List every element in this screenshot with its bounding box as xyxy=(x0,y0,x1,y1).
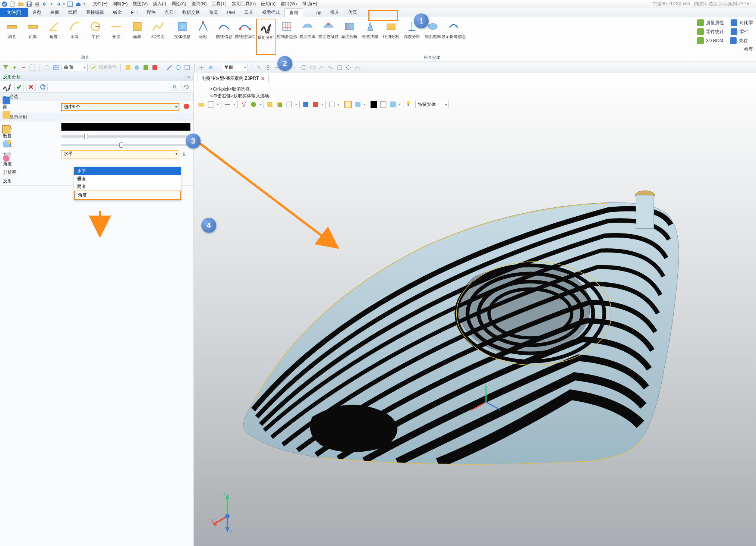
ribbon-tab[interactable]: FTI xyxy=(126,8,142,17)
ribbon-tab[interactable]: 模具 xyxy=(326,8,344,17)
menu-app[interactable]: 应用(p) xyxy=(261,1,275,7)
redo-icon[interactable] xyxy=(55,1,61,7)
stripe-color[interactable] xyxy=(61,123,190,131)
ribbon-tab[interactable]: 曲面 xyxy=(46,8,64,17)
ribbon-tab[interactable]: PMI xyxy=(223,8,239,17)
tb-icon[interactable] xyxy=(166,64,173,71)
circle-icon[interactable] xyxy=(44,64,50,71)
save-icon[interactable] xyxy=(26,1,32,7)
tb-icon[interactable] xyxy=(300,64,307,71)
direction-combo[interactable]: 水平 xyxy=(61,150,179,159)
rbtn-distance[interactable]: 距离 xyxy=(23,19,42,55)
ribbon-tab[interactable]: pp xyxy=(312,8,326,17)
ribbon-tab[interactable]: 造型 xyxy=(28,8,46,17)
vt-icon[interactable] xyxy=(354,101,362,108)
menu-file[interactable]: 文件(F) xyxy=(93,1,107,7)
vt-icon[interactable] xyxy=(379,101,387,108)
chevron-down-icon[interactable]: ▾ xyxy=(321,103,323,106)
undo-icon[interactable] xyxy=(42,1,48,7)
vt-icon[interactable] xyxy=(198,101,205,108)
chevron-down-icon[interactable]: ▾ xyxy=(233,103,235,106)
print-icon[interactable] xyxy=(34,1,40,7)
dropdown-item[interactable]: 水平 xyxy=(74,167,181,175)
vt-icon[interactable] xyxy=(389,101,397,108)
vt-icon[interactable] xyxy=(224,101,231,108)
rbtn-coord[interactable]: 坐标 xyxy=(193,19,213,55)
vt-icon[interactable] xyxy=(328,101,336,108)
rbtn-measure[interactable]: 测量 xyxy=(2,19,22,55)
ribbon-tab-file[interactable]: 文件(F) xyxy=(0,8,28,17)
vt-icon[interactable] xyxy=(240,101,248,108)
rbtn-arc[interactable]: 圆弧 xyxy=(65,19,84,55)
ribbon-tab[interactable]: 点云 xyxy=(160,8,178,17)
dropdown-item[interactable]: 两者 xyxy=(74,183,181,191)
rbtn-thickness[interactable]: 厚度分析 xyxy=(340,19,359,55)
menu-help[interactable]: 帮助(H) xyxy=(302,1,317,7)
pick-entity-icon[interactable] xyxy=(182,102,190,112)
section-header[interactable]: 必选 xyxy=(0,92,193,101)
dropdown-item[interactable]: 垂直 xyxy=(74,175,181,183)
undo-dropdown-icon[interactable]: ▾ xyxy=(51,2,53,6)
model-view[interactable] xyxy=(216,140,734,524)
ok-button[interactable] xyxy=(14,83,24,91)
filter-icon[interactable] xyxy=(2,64,9,71)
tb-icon[interactable] xyxy=(125,64,131,71)
reset-button[interactable] xyxy=(182,83,191,91)
apply-button[interactable] xyxy=(38,83,48,91)
tb-icon[interactable] xyxy=(354,64,361,71)
side-icon[interactable] xyxy=(1,154,11,164)
tb-icon[interactable] xyxy=(327,64,334,71)
chevron-down-icon[interactable]: ▾ xyxy=(259,103,261,106)
tb-icon[interactable] xyxy=(309,64,316,71)
ribbon-tab[interactable]: 钣金 xyxy=(108,8,126,17)
rbtn-entity-info[interactable]: i实体信息 xyxy=(173,19,192,55)
shade-select[interactable]: 单面 xyxy=(222,64,248,71)
ribbon-tab[interactable]: 修复 xyxy=(205,8,223,17)
side-icon[interactable] xyxy=(1,125,11,135)
menu-insert[interactable]: 插入(I) xyxy=(153,1,166,7)
chevron-down-icon[interactable]: ▾ xyxy=(295,103,297,106)
face-input[interactable]: 选中9个 xyxy=(61,103,179,111)
tb-icon[interactable] xyxy=(142,64,149,71)
lightbulb-icon[interactable]: 💡 xyxy=(406,101,413,108)
tb-icon[interactable] xyxy=(292,64,298,71)
tb-icon[interactable] xyxy=(345,64,352,71)
redo-dropdown-icon[interactable]: ▾ xyxy=(63,2,65,6)
tb-icon[interactable] xyxy=(207,64,214,71)
ribbon-tab[interactable]: 仿真 xyxy=(344,8,362,17)
rbtn-bend-info[interactable]: 显示折弯信息 xyxy=(444,19,463,55)
ribbon-tab[interactable]: 直接编辑 xyxy=(82,8,108,17)
side-icon[interactable] xyxy=(1,139,11,150)
width-slider[interactable] xyxy=(61,144,190,146)
section-header[interactable]: 显示控制 xyxy=(0,113,193,122)
rbtn-curve-info[interactable]: 曲线信息 xyxy=(214,19,234,55)
menu-view[interactable]: 视图(V) xyxy=(133,1,148,7)
menu-tools[interactable]: 工具(T) xyxy=(212,1,226,7)
rbtn-3dcurve[interactable]: 3D曲面 xyxy=(148,19,168,55)
ribbon-tab[interactable]: 视觉样式 xyxy=(258,8,284,17)
dropdown-item-angle[interactable]: 角度 xyxy=(74,191,181,200)
vt-icon[interactable] xyxy=(371,101,377,108)
menu-query[interactable]: 查询(N) xyxy=(192,1,207,7)
rbtn-angle[interactable]: 角度 xyxy=(44,19,63,55)
plus-icon[interactable]: + xyxy=(11,64,18,71)
rbtn-radius[interactable]: 半径 xyxy=(86,19,105,55)
rbtn-zebra-analysis[interactable]: 反射分析 xyxy=(256,19,275,55)
count-slider[interactable] xyxy=(61,135,190,138)
side-row[interactable]: 零件统计零件 xyxy=(697,28,753,35)
spinner-icon[interactable]: ⇅ xyxy=(182,152,190,157)
tb-icon[interactable] xyxy=(184,64,190,71)
menu-util[interactable]: 实用工具(U) xyxy=(232,1,256,7)
qat-customize-icon[interactable]: ▾ xyxy=(84,2,85,6)
vt-icon[interactable] xyxy=(250,101,257,108)
rbtn-surf-curv[interactable]: 曲面曲率 xyxy=(298,19,317,55)
vt-icon[interactable] xyxy=(286,101,293,108)
ribbon-tab[interactable]: 数据交换 xyxy=(178,8,205,17)
chevron-down-icon[interactable]: ▾ xyxy=(217,103,219,106)
menu-window[interactable]: 窗口(W) xyxy=(281,1,297,7)
grid-icon[interactable] xyxy=(53,64,59,71)
special-combo[interactable]: 特征实体 xyxy=(415,101,449,108)
tb-icon[interactable] xyxy=(175,64,182,71)
ribbon-tab[interactable]: 焊件 xyxy=(142,8,160,17)
rbtn-undercut[interactable]: 根切分析 xyxy=(381,19,401,55)
